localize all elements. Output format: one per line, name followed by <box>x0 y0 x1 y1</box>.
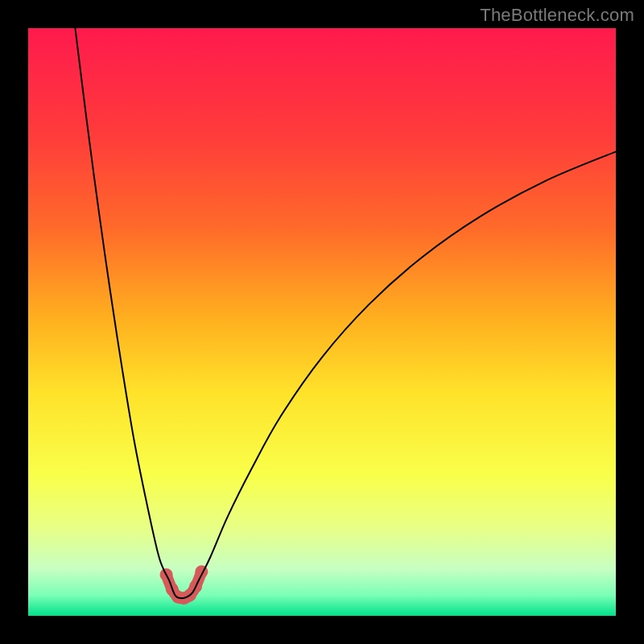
watermark-text: TheBottleneck.com <box>480 5 634 26</box>
plot-area <box>28 28 616 616</box>
chart-svg <box>28 28 616 616</box>
outer-frame: TheBottleneck.com <box>0 0 644 644</box>
gradient-background <box>28 28 616 616</box>
